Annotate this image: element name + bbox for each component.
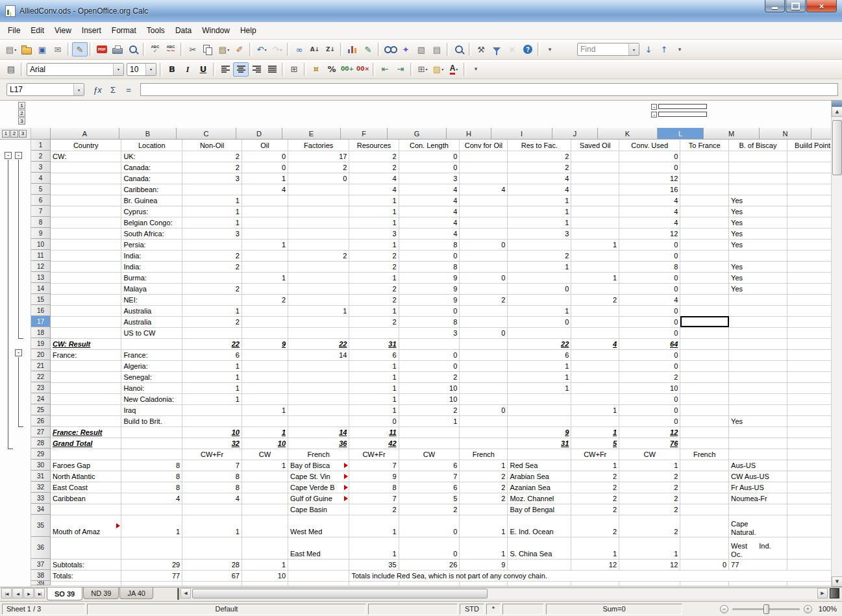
cell-D3[interactable]: 0 xyxy=(241,162,288,173)
cell-K21[interactable]: 0 xyxy=(619,360,680,371)
cell-H30[interactable]: 1 xyxy=(460,460,508,471)
cell-L36[interactable] xyxy=(680,537,729,559)
row-header-5[interactable]: 5 xyxy=(31,184,51,195)
cell-M17[interactable] xyxy=(729,316,787,327)
cell-H17[interactable] xyxy=(460,316,508,327)
cell-E14[interactable] xyxy=(288,283,349,294)
cell-D39[interactable] xyxy=(241,581,288,585)
function-button[interactable]: = xyxy=(121,82,136,97)
cell-E7[interactable] xyxy=(288,206,349,217)
vertical-scrollbar-thumb[interactable] xyxy=(832,120,842,175)
cell-M29[interactable] xyxy=(729,449,787,460)
cell-I10[interactable] xyxy=(508,239,571,250)
cell-H37[interactable]: 9 xyxy=(460,559,508,570)
cell-F22[interactable]: 1 xyxy=(349,371,399,382)
cell-H23[interactable] xyxy=(460,382,508,393)
row-header-36[interactable]: 36 xyxy=(31,537,51,559)
function-wizard-button[interactable]: ƒx xyxy=(90,82,105,97)
outline-level-button-1[interactable]: 1 xyxy=(18,102,25,109)
cell-C6[interactable]: 1 xyxy=(182,195,242,206)
cell-A9[interactable] xyxy=(51,228,121,239)
cell-D8[interactable] xyxy=(241,217,288,228)
bold-button[interactable]: B xyxy=(164,62,180,77)
align-justify-button[interactable] xyxy=(264,62,280,77)
title-bar[interactable]: AlliedConv.ods - OpenOffice.org Calc × xyxy=(0,0,842,23)
zoom-in-button[interactable]: + xyxy=(804,605,812,613)
cell-J8[interactable] xyxy=(571,217,619,228)
cell-B21[interactable]: Algeria: xyxy=(121,360,182,371)
cell-D14[interactable] xyxy=(241,283,288,294)
cell-L37[interactable]: 0 xyxy=(680,559,729,570)
cell-F4[interactable]: 4 xyxy=(349,173,399,184)
minimize-button[interactable] xyxy=(765,0,785,12)
cell-L25[interactable] xyxy=(680,404,729,415)
row-header-31[interactable]: 31 xyxy=(31,471,51,482)
cell-K34[interactable]: 2 xyxy=(619,504,680,515)
page-preview-button[interactable] xyxy=(125,42,141,56)
column-header-G[interactable]: G xyxy=(388,128,447,140)
cell-F17[interactable]: 2 xyxy=(349,316,399,327)
cell-G14[interactable]: 9 xyxy=(399,283,460,294)
outline-level-button-3[interactable]: 3 xyxy=(18,117,25,125)
cell-K23[interactable]: 10 xyxy=(619,382,680,393)
menu-data[interactable]: Data xyxy=(170,23,197,38)
cell-J28[interactable]: 5 xyxy=(571,437,619,449)
cell-K5[interactable]: 16 xyxy=(619,184,680,195)
cell-H15[interactable]: 2 xyxy=(460,294,508,305)
cell-C12[interactable]: 2 xyxy=(182,261,242,272)
cell-L18[interactable] xyxy=(680,327,729,338)
cell-I11[interactable]: 2 xyxy=(508,250,571,261)
standard-toolbar-options-button[interactable]: ▾ xyxy=(542,42,558,56)
cell-B14[interactable]: Malaya xyxy=(121,283,182,294)
cell-G1[interactable]: Con. Length xyxy=(399,140,460,151)
cell-B8[interactable]: Belgian Congo: xyxy=(121,217,182,228)
cell-B31[interactable]: 8 xyxy=(121,471,182,482)
cell-A37[interactable]: Subtotals: xyxy=(51,559,121,570)
cell-C19[interactable]: 22 xyxy=(182,338,242,349)
cell-B19[interactable] xyxy=(121,338,182,349)
cell-G2[interactable]: 0 xyxy=(399,151,460,162)
cell-M26[interactable]: Yes xyxy=(729,415,787,426)
copy-button[interactable] xyxy=(201,42,216,56)
row-header-24[interactable]: 24 xyxy=(31,393,51,404)
cell-K15[interactable]: 4 xyxy=(619,294,680,305)
cell-H14[interactable] xyxy=(460,283,508,294)
cell-M8[interactable]: Yes xyxy=(729,217,787,228)
cell-M35[interactable]: Cape Natural. xyxy=(729,515,787,537)
column-header-I[interactable]: I xyxy=(491,128,552,140)
row-header-26[interactable]: 26 xyxy=(31,415,51,426)
cell-L1[interactable]: To France xyxy=(680,140,729,151)
hyperlink-button[interactable]: ∞ xyxy=(291,42,307,56)
cell-J13[interactable]: 1 xyxy=(571,272,619,283)
cell-A29[interactable] xyxy=(51,449,121,460)
cell-B16[interactable]: Australia xyxy=(121,305,182,316)
horizontal-scrollbar[interactable]: ◀ ▶ xyxy=(180,588,842,599)
cell-A7[interactable] xyxy=(51,206,121,217)
cell-J32[interactable]: 2 xyxy=(571,482,619,493)
cell-H2[interactable] xyxy=(460,151,508,162)
cell-M4[interactable] xyxy=(729,173,787,184)
cell-A19[interactable]: CW: Result xyxy=(51,338,121,349)
cell-J11[interactable] xyxy=(571,250,619,261)
cell-B25[interactable]: Iraq xyxy=(121,404,182,415)
dropdown-arrow-icon[interactable]: ▾ xyxy=(14,47,16,52)
cell-G7[interactable]: 4 xyxy=(399,206,460,217)
cell-B33[interactable]: 4 xyxy=(121,493,182,504)
cell-G22[interactable]: 2 xyxy=(399,371,460,382)
sheet-last-button[interactable]: ▶| xyxy=(34,588,45,598)
cell-E6[interactable] xyxy=(288,195,349,206)
cell-E1[interactable]: Factories xyxy=(288,140,349,151)
row-header-6[interactable]: 6 xyxy=(31,195,51,206)
row-header-28[interactable]: 28 xyxy=(31,437,51,449)
row-header-23[interactable]: 23 xyxy=(31,382,51,393)
cell-C4[interactable]: 3 xyxy=(182,173,242,184)
cell-I34[interactable]: Bay of Bengal xyxy=(508,504,571,515)
cell-L9[interactable] xyxy=(680,228,729,239)
cell-K30[interactable]: 1 xyxy=(619,460,680,471)
cell-K17[interactable]: 0 xyxy=(619,316,680,327)
cell-J15[interactable]: 2 xyxy=(571,294,619,305)
find-combo[interactable]: Find▾ xyxy=(577,43,639,56)
row-header-15[interactable]: 15 xyxy=(31,294,51,305)
menu-tools[interactable]: Tools xyxy=(142,23,170,38)
cell-E16[interactable]: 1 xyxy=(288,305,349,316)
